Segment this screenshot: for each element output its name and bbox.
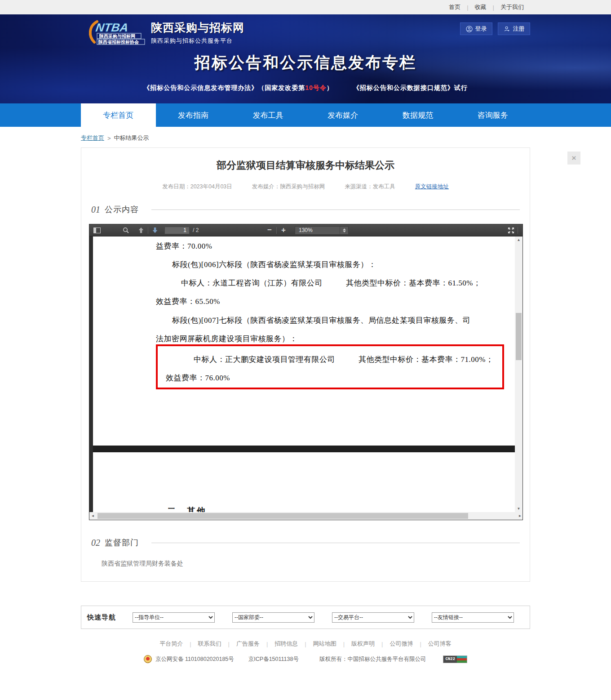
register-button[interactable]: 注册 [498,22,530,35]
zoom-level-select[interactable]: 130% [295,226,349,235]
horizontal-scrollbar-thumb[interactable] [97,513,468,519]
section-1-title: 公示内容 [105,204,139,215]
quick-nav-label: 快速导航 [87,613,116,622]
zoom-level-value: 130% [299,227,313,233]
breadcrumb-home-link[interactable]: 专栏首页 [81,134,104,142]
origin-link[interactable]: 原文链接地址 [415,183,449,191]
section-2-number: 02 [91,538,100,548]
pdf-page-1: 益费率：70.00% 标段(包)[006]六标段（陕西省杨凌监狱某项目审核服务）… [93,236,516,446]
top-utility-bar: 首页 | 收藏 | 关于我们 [0,0,611,14]
toolbar-separator [518,227,518,234]
banner-sub-part2: ） [327,84,333,91]
nav-tab-consult-service[interactable]: 咨询服务 [455,103,530,127]
nav-tab-data-standards[interactable]: 数据规范 [381,103,456,127]
page-number-input[interactable] [164,227,190,234]
section-1-heading: 01 公示内容 [91,204,520,215]
pdf-highlight-line: 效益费率：76.00% [166,373,230,383]
sidebar-toggle-icon[interactable] [92,225,102,235]
publish-date-label: 发布日期： [162,183,190,190]
horizontal-scrollbar[interactable]: ◄ ► [89,512,522,520]
topbar-link-favorite[interactable]: 收藏 [469,3,493,11]
quicknav-select-guide-units[interactable]: --指导单位-- [133,612,215,623]
police-beian-number: 京公网安备 11010802020185号 [155,655,234,663]
publish-date-value: 2023年04月03日 [190,183,232,190]
breadcrumb-separator: > [107,135,111,142]
pdf-page-gap [93,446,516,452]
footer-link-recruitment[interactable]: 招聘信息 [268,640,305,648]
copyright-bar: 京公网安备 11010802020185号 京ICP备15011138号 版权所… [0,655,611,663]
scroll-left-arrow-icon[interactable]: ◄ [89,512,96,520]
scroll-up-arrow-icon[interactable]: ▲ [515,236,522,243]
pdf-highlight-winner: 中标人：正大鹏安建设项目管理有限公司 [194,355,335,364]
police-badge-icon [144,655,152,663]
footer-link-weibo[interactable]: 公司微博 [383,640,420,648]
nav-tab-publish-guide[interactable]: 发布指南 [156,103,231,127]
article-meta: 发布日期：2023年04月03日 发布媒介：陕西采购与招标网 来源渠道：发布工具… [81,183,530,191]
site-name: 陕西采购与招标网 [151,20,244,35]
pdf-line-partial: 二、其他 [167,505,207,512]
select-spinner-icon [340,227,348,234]
quicknav-select-friend-links[interactable]: --友情链接-- [432,612,514,623]
user-add-icon [504,26,510,32]
pdf-line: 效益费率：65.50% [156,296,220,307]
page-count-label: / 2 [193,227,199,233]
source-channel: 来源渠道：发布工具 [345,183,395,191]
pdf-document-area[interactable]: 益费率：70.00% 标段(包)[006]六标段（陕西省杨凌监狱某项目审核服务）… [89,236,522,520]
pdf-toolbar: / 2 − + 130% [89,224,522,236]
cn22-badge-label: CN22 [443,656,457,663]
footer-link-ad-service[interactable]: 广告服务 [230,640,266,648]
footer-link-blog[interactable]: 公司博客 [421,640,458,648]
zoom-out-button[interactable]: − [265,225,275,235]
site-logo[interactable]: NTBA 陕西采购与招标网 陕西省招标投标协会 陕西采购与招标网 陕西采购与招标… [87,19,244,46]
pdf-line-winner: 中标人：永道工程咨询（江苏）有限公司 [181,279,323,287]
topbar-link-about[interactable]: 关于我们 [494,3,530,11]
highlight-red-box: 中标人：正大鹏安建设项目管理有限公司其他类型中标价：基本费率：71.00%； 效… [156,344,504,389]
svg-text:NTBA: NTBA [95,21,129,34]
pdf-line: 益费率：70.00% [156,241,212,251]
banner-subtitle: 《招标公告和公示信息发布管理办法》（国家发改委第10号令）《招标公告和公示数据接… [0,84,611,92]
section-2-title: 监督部门 [105,537,139,548]
article-title: 部分监狱项目结算审核服务中标结果公示 [81,148,530,172]
quicknav-select-ministries[interactable]: --国家部委-- [232,612,314,623]
nav-tab-publish-tools[interactable]: 发布工具 [230,103,306,127]
breadcrumb: 专栏首页 > 中标结果公示 [81,134,530,142]
topbar-link-home[interactable]: 首页 [443,3,467,11]
publish-media-value: 陕西采购与招标网 [280,183,325,190]
article-card: 部分监狱项目结算审核服务中标结果公示 发布日期：2023年04月03日 发布媒介… [81,147,530,582]
register-label: 注册 [513,25,525,33]
footer-link-platform-intro[interactable]: 平台简介 [153,640,190,648]
supervision-department: 陕西省监狱管理局财务装备处 [102,560,530,568]
page-up-icon[interactable] [136,225,146,235]
scroll-down-arrow-icon[interactable]: ▼ [515,505,522,512]
footer-link-sitemap[interactable]: 网站地图 [306,640,343,648]
pdf-viewer: / 2 − + 130% [89,224,523,520]
quicknav-select-trading-platforms[interactable]: --交易平台-- [332,612,414,623]
section-divider-line [151,543,520,543]
fullscreen-icon[interactable] [506,225,516,235]
pdf-line: 标段(包)[007]七标段（陕西省杨凌监狱某项目审核服务、局信息处某项目审核服务… [172,315,470,325]
publish-media: 发布媒介：陕西采购与招标网 [252,183,325,191]
footer-link-copyright-notice[interactable]: 版权声明 [345,640,381,648]
search-icon[interactable] [121,225,131,235]
nav-tab-publish-media[interactable]: 发布媒介 [306,103,381,127]
close-icon[interactable]: × [567,152,580,165]
page-down-icon[interactable] [150,225,160,235]
user-circle-icon [466,26,473,32]
login-button[interactable]: 登录 [460,22,492,35]
scroll-right-arrow-icon[interactable]: ► [517,512,522,520]
pdf-line: 法加密网屏蔽机房建设项目审核服务）： [156,334,297,344]
icp-beian-number: 京ICP备15011138号 [248,655,299,663]
vertical-scrollbar[interactable]: ▲ ▼ [515,236,522,512]
site-header: NTBA 陕西采购与招标网 陕西省招标投标协会 陕西采购与招标网 陕西采购与招标… [0,14,611,103]
zoom-in-button[interactable]: + [279,225,288,235]
login-label: 登录 [475,25,487,33]
ntba-logo-icon: NTBA 陕西采购与招标网 陕西省招标投标协会 [87,19,146,46]
pdf-page-2: 二、其他 [93,452,516,512]
vertical-scrollbar-thumb[interactable] [516,313,522,360]
footer-link-contact-us[interactable]: 联系我们 [191,640,228,648]
cn22-badge: CN22 [443,655,467,663]
banner-sub-red: 10号令 [305,84,327,91]
section-2-heading: 02 监督部门 [91,537,520,548]
svg-text:陕西省招标投标协会: 陕西省招标投标协会 [98,40,139,45]
nav-tab-column-home[interactable]: 专栏首页 [81,103,156,127]
